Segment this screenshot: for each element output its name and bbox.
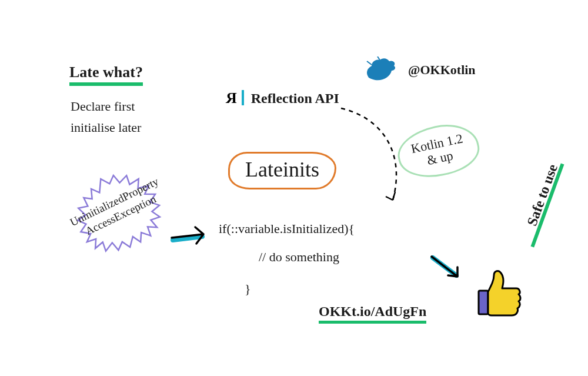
reflection-text: Reflection API	[251, 91, 339, 106]
mirror-r-icon: R	[226, 89, 237, 107]
main-bubble-text: Lateinits	[228, 152, 336, 189]
code-line-1: if(::variable.isInitialized){	[219, 221, 355, 237]
twitter-icon	[363, 56, 399, 85]
arrow-right-icon	[169, 224, 216, 253]
title-text: Late what?	[69, 64, 143, 86]
version-bubble: Kotlin 1.2 & up	[397, 126, 479, 176]
handle-text: @OKKotlin	[408, 62, 476, 78]
link-text[interactable]: OKKt.io/AdUgFn	[319, 304, 426, 324]
diagram-title-block: Late what?	[69, 64, 143, 86]
svg-rect-1	[479, 291, 488, 314]
main-bubble: Lateinits	[228, 152, 336, 189]
thumbs-up-icon	[475, 267, 527, 319]
subtitle-line-2: initialise later	[71, 118, 141, 137]
code-line-3: }	[245, 281, 251, 297]
subtitle-line-1: Declare first	[71, 97, 135, 116]
reflection-label-block: R Reflection API	[226, 89, 339, 107]
link-block[interactable]: OKKt.io/AdUgFn	[319, 304, 426, 324]
code-line-2: // do something	[259, 249, 339, 265]
arrow-to-thumb-icon	[428, 252, 469, 287]
cyan-divider	[242, 90, 244, 105]
